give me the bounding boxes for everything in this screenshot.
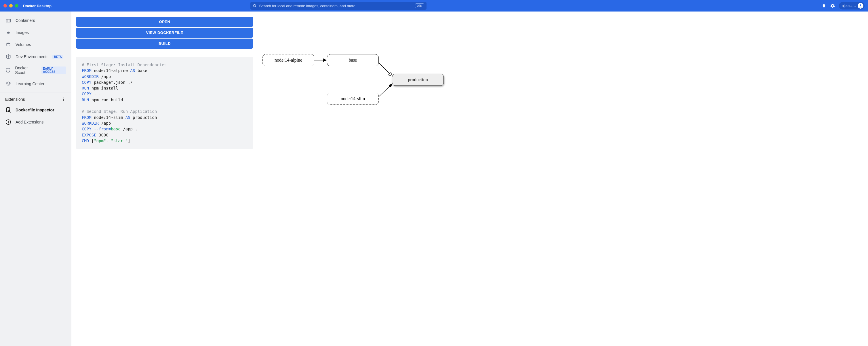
ext-dockerfile-inspector[interactable]: Dockerfile Inspector [0, 104, 71, 116]
view-dockerfile-button[interactable]: VIEW DOCKERFILE [76, 28, 253, 38]
svg-point-0 [253, 4, 256, 7]
early-access-badge: EARLY ACCESS [41, 66, 66, 74]
avatar-icon [858, 3, 863, 9]
open-button[interactable]: OPEN [76, 17, 253, 27]
build-graph: node:14-alpine base node:14-slim product… [262, 54, 863, 146]
volumes-icon [5, 41, 11, 48]
left-pane: OPEN VIEW DOCKERFILE BUILD # First Stage… [71, 11, 258, 346]
node-label: node:14-alpine [275, 58, 302, 63]
graph-node-slim[interactable]: node:14-slim [327, 93, 379, 105]
search-input[interactable] [259, 4, 413, 8]
global-search[interactable]: ⌘K [250, 2, 427, 10]
build-button[interactable]: BUILD [76, 38, 253, 49]
extensions-header: Extensions [0, 95, 71, 104]
graph-pane: node:14-alpine base node:14-slim product… [258, 11, 868, 346]
svg-point-8 [63, 100, 64, 101]
svg-line-1 [255, 7, 256, 7]
graph-node-alpine[interactable]: node:14-alpine [262, 54, 314, 66]
workspace: Containers Images Volumes Dev Environmen… [0, 11, 868, 346]
window-zoom-dot[interactable] [15, 4, 19, 7]
window-close-dot[interactable] [3, 4, 7, 7]
svg-line-11 [10, 112, 11, 113]
sidebar-item-label: Dev Environments [16, 54, 48, 59]
sidebar-item-containers[interactable]: Containers [0, 14, 71, 27]
sidebar-item-label: Learning Center [16, 82, 44, 86]
user-chip[interactable]: ajeetra… [839, 2, 865, 9]
sidebar-item-volumes[interactable]: Volumes [0, 38, 71, 51]
graph-node-production[interactable]: production [392, 74, 444, 86]
app-title: Docker Desktop [23, 4, 52, 8]
sidebar-item-label: Containers [16, 18, 35, 23]
sidebar: Containers Images Volumes Dev Environmen… [0, 11, 71, 346]
node-label: production [408, 77, 428, 82]
more-vert-icon[interactable] [61, 97, 66, 102]
node-label: node:14-slim [341, 96, 365, 101]
svg-point-4 [7, 33, 10, 33]
svg-point-6 [63, 98, 64, 98]
search-icon [253, 4, 257, 8]
search-shortcut: ⌘K [415, 3, 424, 8]
learning-icon [5, 81, 11, 87]
dockerfile-code: # First Stage: Install Dependencies FROM… [76, 57, 253, 149]
svg-rect-3 [6, 19, 11, 22]
sidebar-item-label: Volumes [16, 42, 31, 47]
images-icon [5, 29, 11, 36]
sidebar-item-label: Images [16, 30, 29, 35]
svg-point-2 [860, 4, 861, 6]
sidebar-item-learning-center[interactable]: Learning Center [0, 78, 71, 90]
extensions-label: Extensions [5, 97, 25, 102]
svg-point-5 [7, 42, 10, 44]
svg-point-7 [63, 99, 64, 100]
graph-node-base[interactable]: base [327, 54, 379, 66]
containers-icon [5, 17, 11, 24]
sidebar-item-images[interactable]: Images [0, 27, 71, 38]
svg-rect-9 [7, 108, 10, 112]
main-content: OPEN VIEW DOCKERFILE BUILD # First Stage… [71, 11, 868, 346]
titlebar: Docker Desktop ⌘K ajeetra… [0, 0, 868, 11]
node-label: base [349, 58, 357, 63]
traffic-lights [3, 4, 19, 7]
user-name: ajeetra… [842, 4, 856, 8]
plus-circle-icon [5, 119, 11, 125]
box-icon [5, 54, 11, 60]
sidebar-item-dev-environments[interactable]: Dev Environments BETA [0, 51, 71, 63]
beta-badge: BETA [52, 55, 63, 59]
ext-item-label: Add Extensions [16, 120, 43, 124]
shield-icon [5, 67, 11, 73]
bug-icon[interactable] [822, 3, 826, 8]
window-minimize-dot[interactable] [9, 4, 13, 7]
sidebar-item-label: Docker Scout [15, 66, 37, 75]
gear-icon[interactable] [830, 3, 835, 8]
ext-item-label: Dockerfile Inspector [16, 108, 54, 112]
file-search-icon [5, 107, 11, 113]
svg-line-16 [379, 63, 392, 76]
sidebar-item-docker-scout[interactable]: Docker Scout EARLY ACCESS [0, 63, 71, 78]
ext-add-extensions[interactable]: Add Extensions [0, 116, 71, 128]
svg-line-17 [379, 84, 392, 97]
